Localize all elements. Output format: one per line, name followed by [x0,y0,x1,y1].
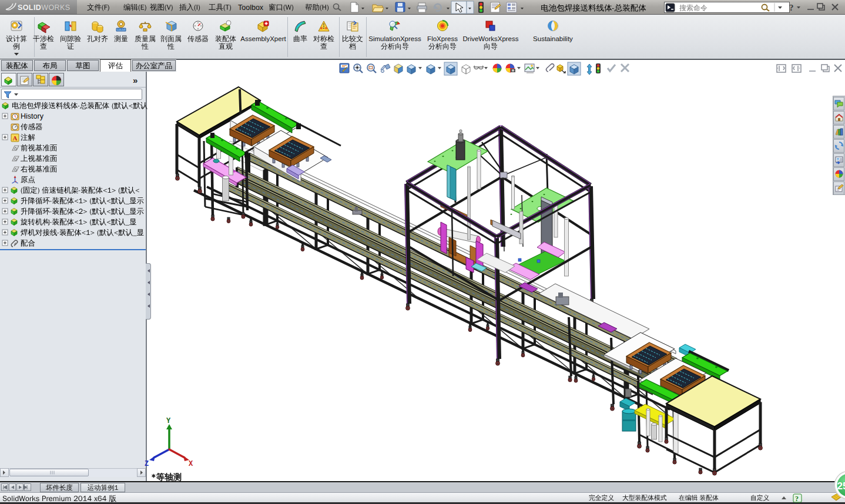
svg-text:A: A [13,135,18,142]
svg-text:X: X [189,460,193,468]
svg-text:25: 25 [837,481,845,492]
svg-text:Toolbox: Toolbox [238,4,264,12]
svg-text:Sustainability: Sustainability [533,35,573,42]
svg-text:?: ? [795,495,799,503]
svg-text:FloXpress: FloXpress [427,35,458,42]
svg-text:?: ? [789,3,794,12]
svg-text:Y: Y [166,417,171,425]
svg-text:SOLIDWORKS: SOLIDWORKS [18,4,70,12]
svg-text:DriveWorksXpress: DriveWorksXpress [463,35,519,42]
svg-text:SimulationXpress: SimulationXpress [368,35,421,42]
svg-text:History: History [21,112,44,120]
svg-text:AssemblyXpert: AssemblyXpert [240,35,286,42]
svg-text:»: » [133,75,138,85]
svg-text:Z: Z [145,460,149,468]
